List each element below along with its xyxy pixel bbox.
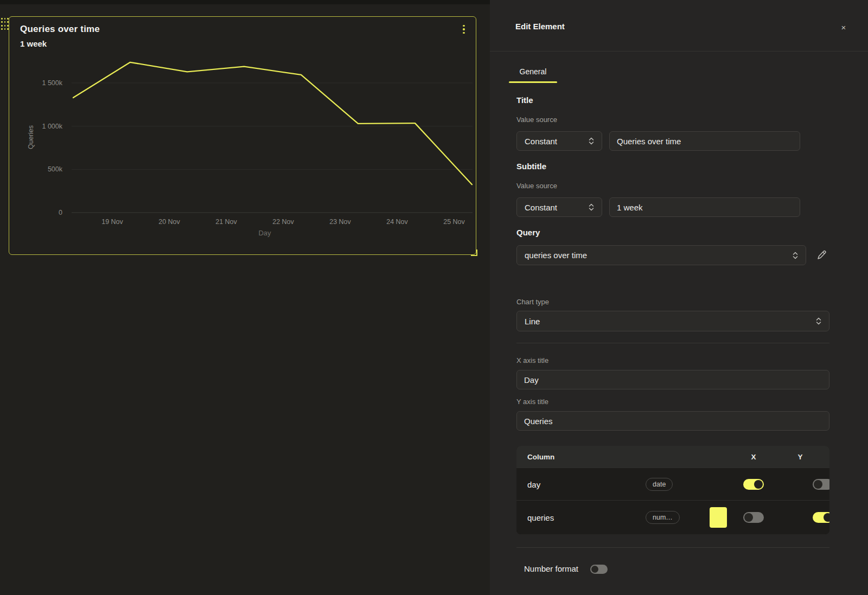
type-badge: date [646, 478, 673, 491]
tab-active-underline [509, 81, 557, 83]
columns-table: Column X Y day date queries num… [516, 446, 829, 534]
chart-type-select[interactable]: Line [516, 311, 829, 331]
subtitle-value-source-label: Value source [516, 182, 557, 190]
y-tick-label: 1 000k [42, 123, 62, 130]
title-value-source-label: Value source [516, 116, 557, 124]
x-toggle[interactable] [743, 479, 764, 490]
x-axis-label: Day [258, 229, 271, 237]
pencil-icon [816, 249, 827, 261]
chevron-updown-icon [589, 203, 594, 211]
toggle-knob [824, 513, 829, 522]
chevron-updown-icon [589, 137, 594, 145]
toggle-knob [591, 566, 598, 573]
subtitle-section-heading: Subtitle [516, 162, 546, 171]
chart-card[interactable]: Queries over time 1 week 0500k1 000k1 50… [9, 16, 476, 255]
title-source-select[interactable]: Constant [516, 131, 602, 151]
x-tick-label: 24 Nov [386, 218, 408, 226]
x-header: X [743, 446, 764, 468]
type-badge: num… [646, 511, 680, 524]
y-tick-label: 500k [48, 165, 63, 173]
edit-element-panel: Edit Element × General Title Value sourc… [490, 0, 868, 595]
edit-query-button[interactable] [816, 249, 827, 263]
x-tick-label: 23 Nov [329, 218, 351, 226]
title-value-input[interactable] [609, 131, 800, 151]
query-select[interactable]: queries over time [516, 245, 806, 265]
x-tick-label: 20 Nov [158, 218, 180, 226]
y-axis-title-label: Y axis title [516, 398, 548, 406]
column-header: Column [527, 453, 554, 461]
subtitle-source-select[interactable]: Constant [516, 197, 602, 217]
column-name: day [527, 479, 540, 489]
y-axis-title-input[interactable] [516, 411, 829, 431]
series-color-swatch[interactable] [710, 507, 727, 528]
table-row-day: day date [516, 468, 829, 500]
panel-title: Edit Element [515, 22, 565, 31]
divider [516, 547, 829, 548]
toggle-knob [744, 513, 753, 522]
tab-general[interactable]: General [509, 65, 557, 78]
resize-handle[interactable] [471, 249, 477, 256]
chart-line-queries [73, 62, 472, 184]
toggle-knob [814, 480, 822, 489]
divider [490, 51, 868, 52]
chart-type-value: Line [525, 317, 540, 326]
drag-handle-icon[interactable] [1, 17, 9, 31]
x-toggle[interactable] [743, 512, 764, 523]
close-icon[interactable]: × [837, 21, 850, 34]
subtitle-value-input[interactable] [609, 197, 800, 217]
table-row-queries: queries num… [516, 500, 829, 534]
x-tick-label: 21 Nov [215, 218, 237, 226]
y-tick-label: 0 [59, 209, 62, 216]
column-name: queries [527, 513, 554, 522]
line-chart: 0500k1 000k1 500k19 Nov20 Nov21 Nov22 No… [9, 17, 476, 254]
x-tick-label: 19 Nov [101, 218, 123, 226]
number-format-toggle[interactable] [590, 565, 608, 574]
x-tick-label: 25 Nov [443, 218, 465, 226]
query-section-heading: Query [516, 228, 540, 237]
chevron-updown-icon [816, 317, 821, 325]
chart-type-label: Chart type [516, 298, 549, 306]
title-section-heading: Title [516, 95, 533, 105]
y-header: Y [789, 446, 811, 468]
y-axis-label: Queries [27, 125, 35, 149]
y-toggle[interactable] [813, 479, 829, 490]
title-source-value: Constant [525, 137, 557, 146]
dashboard-canvas[interactable]: Queries over time 1 week 0500k1 000k1 50… [0, 4, 490, 595]
chevron-updown-icon [793, 252, 798, 259]
y-toggle[interactable] [813, 512, 829, 523]
x-axis-title-label: X axis title [516, 356, 548, 364]
number-format-label: Number format [524, 564, 578, 573]
y-tick-label: 1 500k [42, 79, 62, 87]
divider [516, 343, 829, 343]
subtitle-source-value: Constant [525, 203, 557, 212]
toggle-knob [754, 480, 763, 489]
query-select-value: queries over time [525, 251, 587, 260]
columns-table-header: Column X Y [516, 446, 829, 468]
x-tick-label: 22 Nov [272, 218, 294, 226]
x-axis-title-input[interactable] [516, 370, 829, 389]
